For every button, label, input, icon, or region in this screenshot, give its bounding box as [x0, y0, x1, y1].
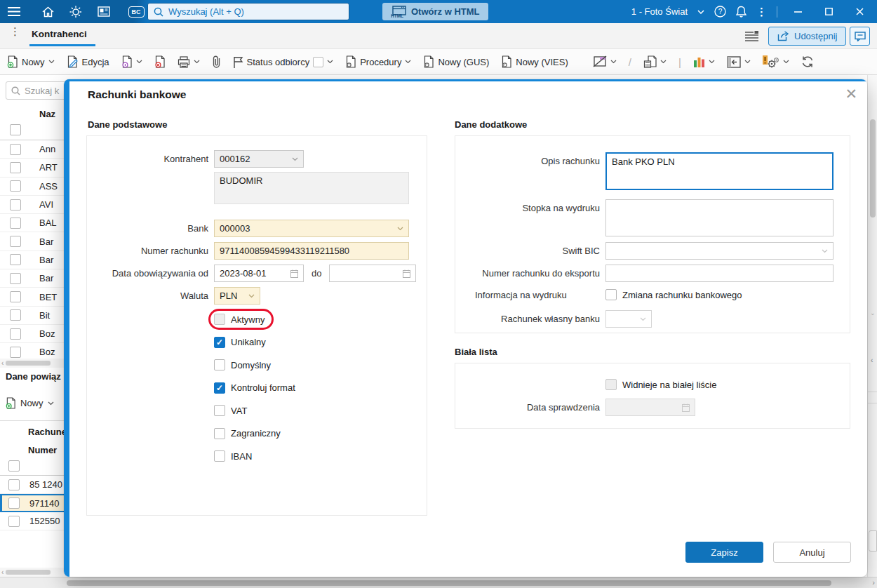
own-account-combobox[interactable] — [605, 310, 652, 328]
select-all-checkbox[interactable] — [10, 124, 21, 135]
kontrahent-combobox[interactable]: 000162 — [214, 150, 304, 168]
dock-panel-button[interactable] — [727, 56, 751, 68]
related-select-all-checkbox[interactable] — [8, 460, 20, 472]
row-checkbox[interactable] — [10, 199, 21, 211]
row-checkbox[interactable] — [10, 328, 21, 340]
related-column-header-1[interactable]: Rachune — [28, 427, 67, 437]
checkbox[interactable] — [214, 314, 225, 325]
row-checkbox[interactable] — [8, 497, 20, 509]
delete-button[interactable] — [154, 55, 166, 68]
maximize-button[interactable] — [818, 0, 839, 23]
related-new-button[interactable]: Nowy — [6, 397, 54, 409]
export-account-input[interactable] — [605, 265, 834, 282]
background-vertical-scrollbar[interactable]: ⌄ ‹ — [867, 75, 877, 577]
calculation-chevron-down-icon[interactable] — [660, 60, 667, 64]
assistant-bulb-icon[interactable] — [62, 0, 90, 23]
hscroll-thumb[interactable] — [6, 570, 51, 575]
checkbox[interactable] — [214, 337, 225, 348]
procedures-chevron-down-icon[interactable] — [405, 60, 411, 64]
panel-layout-icon[interactable] — [745, 31, 758, 42]
settings-chevron-down-icon[interactable] — [783, 60, 789, 64]
row-checkbox[interactable] — [10, 291, 21, 302]
company-selector[interactable]: 1 - Foto Świat — [631, 6, 688, 17]
checkbox[interactable] — [214, 382, 225, 394]
chevron-down-icon[interactable] — [292, 157, 298, 161]
no-edit-chevron-down-icon[interactable] — [610, 60, 617, 64]
account-number-input[interactable]: 97114008594599433119211580 — [214, 242, 409, 260]
row-checkbox[interactable] — [8, 516, 20, 527]
bank-combobox[interactable]: 000003 — [214, 220, 409, 237]
row-checkbox[interactable] — [10, 273, 21, 284]
new-chevron-down-icon[interactable] — [48, 60, 55, 64]
settings-warning-button[interactable] — [763, 55, 789, 69]
row-checkbox[interactable] — [8, 479, 20, 490]
row-checkbox[interactable] — [10, 309, 21, 321]
checkbox[interactable] — [214, 428, 225, 439]
row-checkbox[interactable] — [10, 218, 21, 229]
row-checkbox[interactable] — [10, 236, 21, 247]
check-date-input[interactable] — [605, 399, 695, 416]
print-footer-textarea[interactable] — [605, 199, 834, 236]
related-new-chevron-down-icon[interactable] — [48, 401, 54, 406]
calculation-document-button[interactable] — [643, 55, 667, 68]
tab-kontrahenci[interactable]: Kontrahenci — [32, 29, 87, 39]
bottom-hscrollbar[interactable]: › — [0, 577, 877, 588]
scroll-right-icon[interactable]: › — [872, 578, 875, 587]
home-icon[interactable] — [34, 0, 62, 23]
checkbox[interactable] — [214, 450, 225, 462]
calendar-icon[interactable] — [403, 269, 410, 278]
close-window-button[interactable] — [849, 0, 870, 23]
chevron-down-icon[interactable] — [248, 294, 255, 298]
minimize-button[interactable] — [787, 0, 808, 23]
cancel-button[interactable]: Anuluj — [773, 542, 851, 563]
print-button[interactable] — [178, 56, 200, 68]
no-edit-view-button[interactable] — [593, 55, 617, 68]
help-icon[interactable]: ? — [714, 6, 726, 18]
checkbox[interactable] — [214, 359, 225, 370]
date-to-input[interactable] — [329, 265, 416, 282]
kontrahent-name-textarea[interactable]: BUDOMIR — [214, 172, 409, 204]
new-vies-button[interactable]: Nowy (VIES) — [501, 55, 568, 68]
hscroll-thumb[interactable] — [6, 361, 51, 366]
row-checkbox[interactable] — [10, 347, 21, 358]
new-gus-button[interactable]: Nowy (GUS) — [423, 55, 489, 68]
row-checkbox[interactable] — [10, 144, 21, 155]
open-in-html-button[interactable]: HTML Otwórz w HTML — [382, 3, 488, 20]
checkbox[interactable] — [214, 405, 225, 416]
chart-chevron-down-icon[interactable] — [709, 60, 715, 64]
related-column-header-2[interactable]: Numer — [28, 445, 57, 455]
comments-button[interactable] — [850, 27, 870, 46]
share-button[interactable]: Udostępnij — [768, 27, 846, 46]
hamburger-menu-icon[interactable] — [0, 0, 28, 23]
chevron-down-icon[interactable] — [640, 317, 646, 321]
row-checkbox[interactable] — [10, 254, 21, 265]
attachments-button[interactable] — [212, 55, 221, 68]
scroll-left-icon[interactable]: ‹ — [1, 359, 4, 367]
status-chevron-down-icon[interactable] — [327, 60, 333, 64]
calendar-icon[interactable] — [290, 269, 298, 278]
scroll-left-icon[interactable]: ‹ — [1, 568, 4, 576]
more-options-kebab-icon[interactable]: ⋮ — [756, 6, 767, 17]
status-filter-checkbox[interactable] — [313, 57, 323, 67]
analysis-chart-button[interactable] — [693, 56, 715, 68]
info-document-button[interactable] — [121, 55, 142, 68]
currency-combobox[interactable]: PLN — [214, 287, 260, 305]
row-checkbox[interactable] — [10, 162, 21, 173]
info-chevron-down-icon[interactable] — [136, 60, 142, 64]
vscroll-thumb[interactable] — [870, 119, 876, 218]
collapse-chevron-icon[interactable]: ⌄ — [870, 309, 876, 316]
procedures-button[interactable]: Procedury — [345, 55, 411, 68]
description-textarea[interactable]: Bank PKO PLN — [605, 152, 834, 190]
chevron-down-icon[interactable] — [397, 227, 403, 231]
news-icon[interactable] — [90, 0, 118, 23]
dock-chevron-down-icon[interactable] — [744, 60, 751, 64]
company-chevron-down-icon[interactable] — [697, 10, 704, 14]
date-from-input[interactable]: 2023-08-01 — [214, 265, 304, 282]
swift-combobox[interactable] — [605, 242, 834, 260]
bottom-hscroll-thumb[interactable] — [67, 580, 831, 586]
notifications-bell-icon[interactable] — [736, 6, 747, 18]
global-search-input[interactable]: Wyszukaj (Alt + Q) — [147, 3, 349, 20]
status-odbiorcy-button[interactable]: Status odbiorcy — [233, 56, 334, 68]
dialog-close-icon[interactable]: ✕ — [845, 86, 857, 101]
refresh-button[interactable] — [801, 55, 814, 68]
